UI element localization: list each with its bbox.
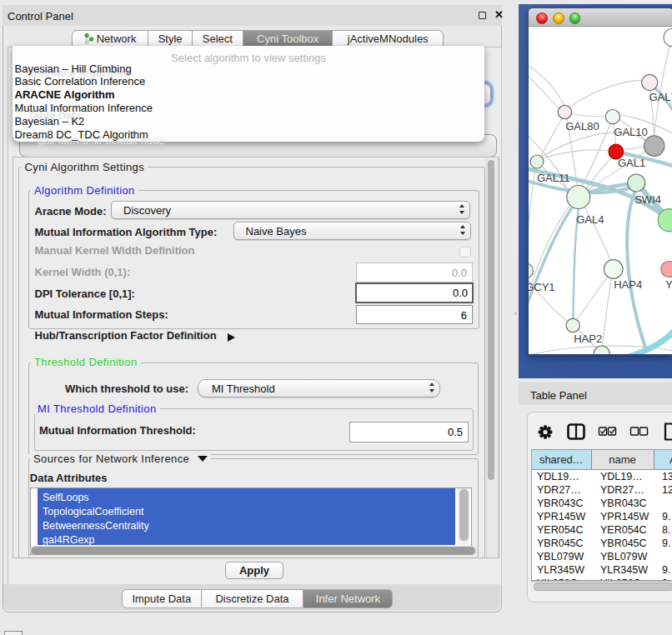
- svg-text:YJL: YJL: [665, 278, 672, 291]
- svg-text:GAL80: GAL80: [565, 120, 599, 132]
- svg-text:HAP2: HAP2: [574, 332, 602, 345]
- svg-text:GCY1: GCY1: [529, 281, 555, 293]
- svg-text:GAL10: GAL10: [614, 126, 647, 138]
- svg-text:HAP4: HAP4: [614, 278, 642, 291]
- svg-text:GAL11: GAL11: [537, 172, 570, 184]
- svg-text:GAL7: GAL7: [649, 91, 672, 103]
- svg-text:GAL4: GAL4: [576, 213, 604, 226]
- svg-text:SWI4: SWI4: [634, 193, 661, 206]
- svg-text:GAL1: GAL1: [618, 157, 645, 169]
